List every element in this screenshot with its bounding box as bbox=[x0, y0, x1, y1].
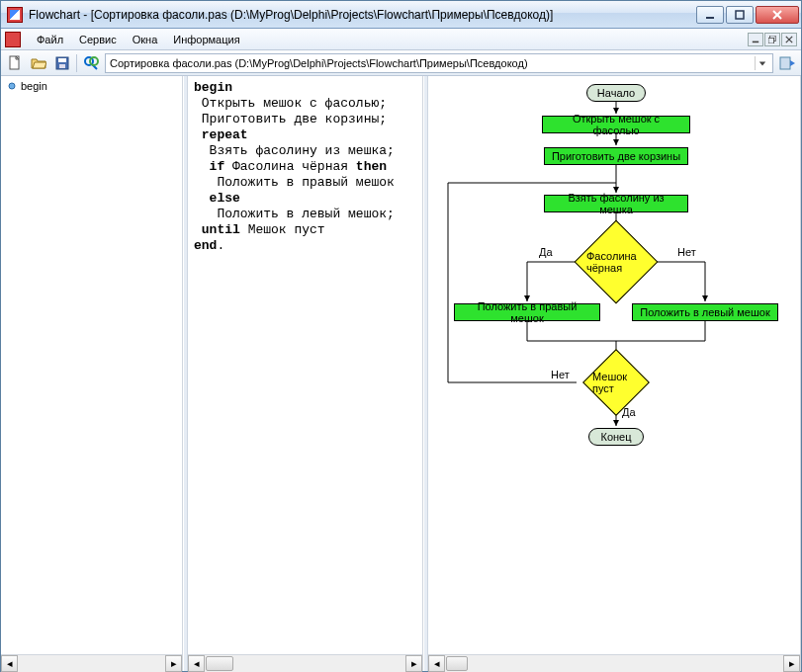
label-yes-2: Да bbox=[622, 406, 636, 418]
scroll-track[interactable] bbox=[205, 655, 405, 672]
menu-info[interactable]: Информация bbox=[165, 32, 247, 47]
menubar: Файл Сервис Окна Информация bbox=[1, 29, 801, 50]
kw-end: end bbox=[194, 238, 217, 253]
toolbar: Сортировка фасоли.pas (D:\MyProg\Delphi\… bbox=[1, 50, 801, 76]
save-file-button[interactable] bbox=[52, 53, 72, 73]
kw-repeat: repeat bbox=[194, 127, 248, 142]
flow-open[interactable]: Открыть мешок с фасолью bbox=[542, 116, 690, 133]
svg-marker-18 bbox=[790, 60, 795, 66]
client-area: begin ◂ ▸ begin Открыть мешок с фасолью;… bbox=[1, 76, 801, 671]
label-yes-1: Да bbox=[539, 246, 553, 258]
mdi-minimize-button[interactable] bbox=[748, 33, 763, 46]
code-line: Открыть мешок с фасолью; bbox=[194, 96, 387, 111]
code-hscroll[interactable]: ◂ ▸ bbox=[188, 654, 422, 671]
label-no-1: Нет bbox=[677, 246, 696, 258]
svg-rect-12 bbox=[59, 64, 65, 68]
svg-rect-6 bbox=[768, 38, 774, 43]
flow-cond-black[interactable]: Фасолина чёрная bbox=[586, 232, 646, 292]
scroll-track[interactable] bbox=[18, 655, 165, 672]
flow-put-right[interactable]: Положить в правый мешок bbox=[454, 303, 600, 321]
code-dot: . bbox=[217, 238, 224, 253]
flow-prep[interactable]: Приготовить две корзины bbox=[544, 147, 688, 165]
mdi-restore-button[interactable] bbox=[764, 33, 780, 46]
address-combo[interactable]: Сортировка фасоли.pas (D:\MyProg\Delphi\… bbox=[105, 53, 773, 73]
kw-begin: begin bbox=[194, 80, 232, 95]
menu-windows[interactable]: Окна bbox=[125, 32, 166, 47]
svg-rect-11 bbox=[58, 58, 66, 62]
find-button[interactable] bbox=[81, 53, 101, 73]
maximize-button[interactable] bbox=[726, 6, 754, 24]
scroll-left-icon[interactable]: ◂ bbox=[1, 655, 18, 672]
tree-root-item[interactable]: begin bbox=[7, 80, 176, 92]
tree-hscroll[interactable]: ◂ ▸ bbox=[1, 654, 182, 671]
flow-cond-empty[interactable]: Мешок пуст bbox=[592, 359, 640, 406]
scroll-right-icon[interactable]: ▸ bbox=[405, 655, 422, 672]
tree-pane: begin ◂ ▸ bbox=[1, 76, 183, 671]
app-window: Flowchart - [Сортировка фасоли.pas (D:\M… bbox=[0, 0, 802, 672]
kw-then: then bbox=[356, 159, 387, 174]
new-file-button[interactable] bbox=[5, 53, 25, 73]
titlebar[interactable]: Flowchart - [Сортировка фасоли.pas (D:\M… bbox=[1, 1, 801, 29]
svg-point-19 bbox=[9, 83, 15, 89]
minimize-button[interactable] bbox=[696, 6, 724, 24]
code-text: Мешок пуст bbox=[240, 222, 325, 237]
mdi-icon[interactable] bbox=[5, 32, 21, 47]
close-button[interactable] bbox=[756, 6, 799, 24]
svg-rect-1 bbox=[736, 11, 744, 19]
scroll-thumb[interactable] bbox=[446, 656, 468, 671]
address-text: Сортировка фасоли.pas (D:\MyProg\Delphi\… bbox=[110, 57, 528, 69]
svg-marker-16 bbox=[758, 61, 764, 65]
code-line: Взять фасолину из мешка; bbox=[194, 143, 395, 158]
flowchart-canvas[interactable]: Начало Открыть мешок с фасолью Приготови… bbox=[428, 76, 800, 654]
address-dropdown-button[interactable] bbox=[755, 56, 768, 70]
flow-take[interactable]: Взять фасолину из мешка bbox=[544, 195, 688, 212]
scroll-left-icon[interactable]: ◂ bbox=[428, 655, 445, 672]
window-title: Flowchart - [Сортировка фасоли.pas (D:\M… bbox=[29, 8, 696, 22]
scroll-right-icon[interactable]: ▸ bbox=[783, 655, 800, 672]
menu-service[interactable]: Сервис bbox=[71, 32, 125, 47]
flow-start[interactable]: Начало bbox=[586, 84, 646, 102]
kw-if: if bbox=[210, 159, 225, 174]
app-icon bbox=[7, 7, 23, 23]
open-file-button[interactable] bbox=[29, 53, 48, 73]
scroll-track[interactable] bbox=[445, 655, 783, 672]
flow-hscroll[interactable]: ◂ ▸ bbox=[428, 654, 800, 671]
code-editor[interactable]: begin Открыть мешок с фасолью; Приготови… bbox=[188, 76, 422, 654]
tree-node-icon bbox=[7, 81, 17, 91]
code-indent bbox=[194, 159, 210, 174]
code-line: Положить в правый мешок bbox=[194, 175, 395, 190]
menu-file[interactable]: Файл bbox=[29, 32, 71, 47]
tree-body[interactable]: begin bbox=[1, 76, 182, 654]
code-indent bbox=[194, 222, 202, 237]
code-line: Положить в левый мешок; bbox=[194, 207, 395, 221]
svg-rect-17 bbox=[780, 57, 790, 69]
tree-root-label: begin bbox=[21, 80, 47, 92]
scroll-right-icon[interactable]: ▸ bbox=[165, 655, 182, 672]
flow-end[interactable]: Конец bbox=[588, 428, 644, 446]
flow-put-left[interactable]: Положить в левый мешок bbox=[632, 303, 778, 321]
code-pane: begin Открыть мешок с фасолью; Приготови… bbox=[188, 76, 423, 671]
flowchart-pane: Начало Открыть мешок с фасолью Приготови… bbox=[428, 76, 801, 671]
kw-else: else bbox=[194, 191, 240, 206]
scroll-thumb[interactable] bbox=[206, 656, 233, 671]
go-button[interactable] bbox=[777, 53, 797, 73]
code-line: Приготовить две корзины; bbox=[194, 112, 387, 126]
kw-until: until bbox=[202, 222, 240, 237]
code-text: Фасолина чёрная bbox=[224, 159, 356, 174]
label-no-2: Нет bbox=[551, 369, 570, 380]
scroll-left-icon[interactable]: ◂ bbox=[188, 655, 205, 672]
mdi-close-button[interactable] bbox=[781, 33, 797, 46]
